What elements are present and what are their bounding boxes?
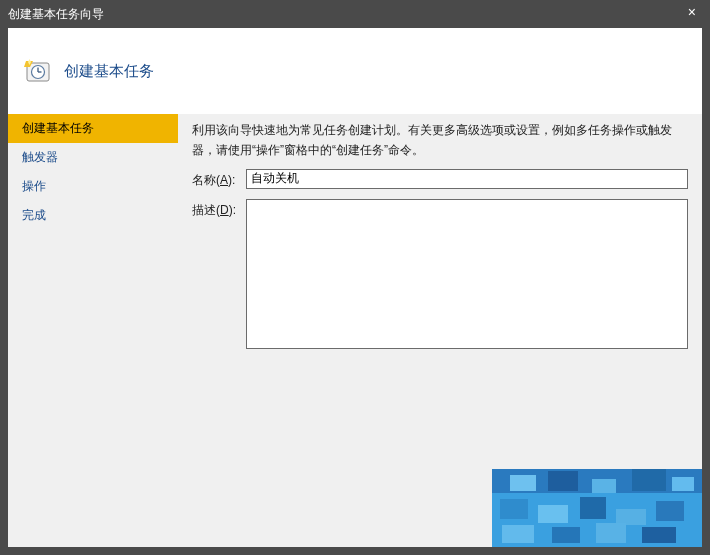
wizard-intro-text: 利用该向导快速地为常见任务创建计划。有关更多高级选项或设置，例如多任务操作或触发…	[192, 120, 688, 161]
sidebar-item-label: 触发器	[22, 150, 58, 164]
titlebar: 创建基本任务向导 ×	[0, 0, 710, 28]
name-input[interactable]	[246, 169, 688, 189]
wizard-footer-buttons: <上一步(B)	[602, 509, 688, 535]
task-scheduler-icon	[24, 57, 52, 85]
sidebar-item-label: 完成	[22, 208, 46, 222]
obscured-region	[492, 469, 702, 547]
window-title: 创建基本任务向导	[8, 6, 104, 23]
wizard-header: 创建基本任务	[8, 28, 702, 114]
description-label: 描述(D):	[192, 199, 246, 219]
sidebar-item-finish[interactable]: 完成	[8, 201, 178, 230]
wizard-body: 创建基本任务 触发器 操作 完成 利用该向导快速地为常见任务创建计划。有关更多高…	[8, 114, 702, 547]
sidebar-item-create-basic-task[interactable]: 创建基本任务	[8, 114, 178, 143]
sidebar-item-label: 操作	[22, 179, 46, 193]
wizard-sidebar: 创建基本任务 触发器 操作 完成	[8, 114, 178, 547]
sidebar-item-label: 创建基本任务	[22, 121, 94, 135]
sidebar-item-trigger[interactable]: 触发器	[8, 143, 178, 172]
window-frame: 创建基本任务向导 × 创建基本任务 创建基本任务	[0, 0, 710, 555]
name-label: 名称(A):	[192, 169, 246, 189]
content-area: 创建基本任务 创建基本任务 触发器 操作 完成 利用该向导快速地为常见任务创建计…	[8, 28, 702, 547]
description-row: 描述(D):	[192, 199, 688, 349]
back-button[interactable]: <上一步(B)	[602, 509, 688, 535]
sidebar-item-action[interactable]: 操作	[8, 172, 178, 201]
wizard-main-panel: 利用该向导快速地为常见任务创建计划。有关更多高级选项或设置，例如多任务操作或触发…	[178, 114, 702, 547]
description-textarea[interactable]	[246, 199, 688, 349]
wizard-header-title: 创建基本任务	[64, 62, 154, 81]
name-row: 名称(A):	[192, 169, 688, 189]
close-icon[interactable]: ×	[688, 4, 696, 20]
